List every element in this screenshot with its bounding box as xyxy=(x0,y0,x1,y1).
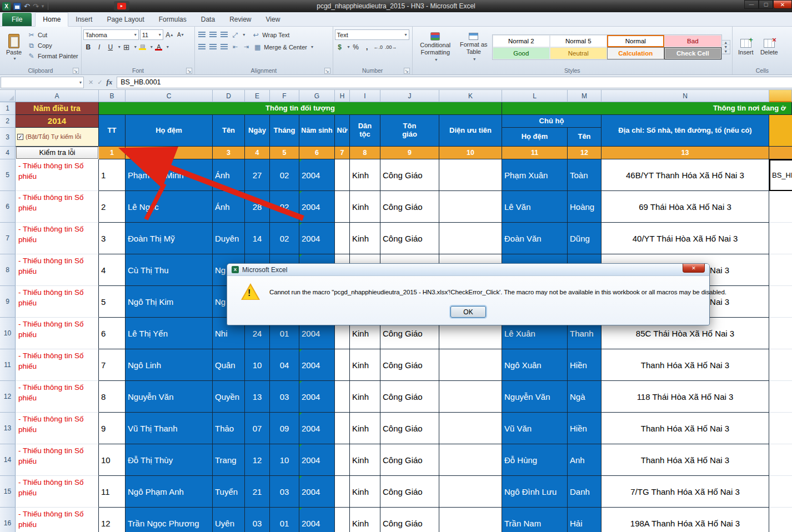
ribbon-tab[interactable]: Data xyxy=(194,13,222,26)
cell-ho-dem[interactable]: Lê Thị Yến xyxy=(126,318,213,349)
maximize-button[interactable]: ▢ xyxy=(759,0,773,9)
cell-nu[interactable] xyxy=(335,444,350,476)
cell-ten[interactable]: Ánh xyxy=(213,159,245,191)
decrease-indent-button[interactable]: ⇤ xyxy=(230,42,240,52)
cell-tt[interactable]: 6 xyxy=(99,318,126,349)
cell-chu-ho-ho-dem[interactable]: Nguyễn Văn xyxy=(502,381,568,413)
dialog-title-bar[interactable]: X Microsoft Excel xyxy=(227,264,709,276)
save-icon[interactable] xyxy=(13,3,21,10)
cell-tt[interactable]: 10 xyxy=(99,444,126,476)
row-header-2[interactable]: 2 xyxy=(0,115,16,128)
name-box-dropdown-icon[interactable]: ▾ xyxy=(79,80,82,85)
check-errors-button[interactable]: Kiểm tra lỗi xyxy=(16,147,98,159)
orientation-dropdown-icon[interactable]: ▾ xyxy=(243,32,245,37)
redo-icon[interactable]: ↷ xyxy=(33,3,39,10)
cell-nam-sinh[interactable]: 2004 xyxy=(299,223,335,254)
align-right-button[interactable] xyxy=(219,42,229,52)
font-color-button[interactable]: A xyxy=(154,42,164,52)
cell-dan-toc[interactable]: Kinh xyxy=(350,159,380,191)
cell-dan-toc[interactable]: Kinh xyxy=(350,476,380,508)
cell-extra[interactable] xyxy=(769,413,792,444)
row-header-1[interactable]: 1 xyxy=(0,102,16,115)
orientation-button[interactable]: ⤢ xyxy=(230,29,240,40)
header-dan-toc[interactable]: Dân tộc xyxy=(350,115,380,147)
cell-ton-giao[interactable]: Công Giáo xyxy=(380,191,439,223)
cell-dia-chi[interactable]: 198A Thanh Hóa Xã Hố Nai 3 xyxy=(601,508,769,532)
cell-nu[interactable] xyxy=(335,413,350,444)
cell-nu[interactable] xyxy=(335,223,350,254)
row-header[interactable]: 9 xyxy=(0,286,16,318)
cell-chu-ho-ten[interactable]: Hiền xyxy=(568,349,601,381)
cancel-entry-icon[interactable]: ✕ xyxy=(88,79,93,86)
column-header-D[interactable]: D xyxy=(213,90,245,102)
cell-tt[interactable]: 12 xyxy=(99,508,126,532)
styles-scroll-down-icon[interactable]: ▼ xyxy=(722,45,730,49)
header-ton-giao[interactable]: Tôn giáo xyxy=(380,115,439,147)
header-ngay[interactable]: Ngày xyxy=(245,115,270,147)
marker-col-13[interactable]: 13 xyxy=(601,147,769,159)
marker-col-9[interactable]: 9 xyxy=(380,147,439,159)
clipboard-dialog-launcher[interactable]: ↘ xyxy=(73,68,79,74)
cell-ngay[interactable]: 13 xyxy=(245,381,270,413)
cell-dien-uu-tien[interactable] xyxy=(439,444,502,476)
error-message-cell[interactable]: - Thiếu thông tin Số phiếu xyxy=(16,191,99,223)
column-header-selected-partial[interactable] xyxy=(769,90,792,102)
cell-extra[interactable]: BS_HB.0001 xyxy=(769,159,792,191)
banner-doi-tuong[interactable]: Thông tin đối tượng xyxy=(99,102,502,115)
cell-ton-giao[interactable]: Công Giáo xyxy=(380,349,439,381)
select-all-corner[interactable] xyxy=(0,90,16,102)
header-chu-ho-ho-dem[interactable]: Họ đệm xyxy=(502,128,568,147)
row-header[interactable]: 12 xyxy=(0,381,16,413)
cell-ton-giao[interactable]: Công Giáo xyxy=(380,413,439,444)
column-header-E[interactable]: E xyxy=(245,90,270,102)
cell-ho-dem[interactable]: Trần Ngọc Phương xyxy=(126,508,213,532)
cell-nu[interactable] xyxy=(335,381,350,413)
accounting-format-button[interactable]: $ xyxy=(335,42,345,52)
cell-chu-ho-ho-dem[interactable]: Vũ Văn xyxy=(502,413,568,444)
cell-ho-dem[interactable]: Đoàn Thị Mỹ xyxy=(126,223,213,254)
row-header-3[interactable]: 3 xyxy=(0,128,16,147)
cell-dia-chi[interactable]: Thanh Hóa Xã Hố Nai 3 xyxy=(601,444,769,476)
confirm-entry-icon[interactable]: ✓ xyxy=(97,79,102,86)
cell-dien-uu-tien[interactable] xyxy=(439,508,502,532)
increase-indent-button[interactable]: ⇥ xyxy=(241,42,251,52)
column-header-F[interactable]: F xyxy=(270,90,299,102)
cell-tt[interactable]: 8 xyxy=(99,381,126,413)
fill-color-button[interactable]: ▨ xyxy=(138,42,148,52)
column-header-H[interactable]: H xyxy=(335,90,350,102)
marker-col-7[interactable]: 7 xyxy=(335,147,350,159)
cell-nu[interactable] xyxy=(335,191,350,223)
cell-dia-chi[interactable]: Thanh Hóa Xã Hố Nai 3 xyxy=(601,413,769,444)
cell-thang[interactable]: 09 xyxy=(270,413,299,444)
cell-chu-ho-ho-dem[interactable]: Phạm Xuân xyxy=(502,159,568,191)
cell-ngay[interactable]: 03 xyxy=(245,508,270,532)
cell-dien-uu-tien[interactable] xyxy=(439,381,502,413)
cell-dien-uu-tien[interactable] xyxy=(439,476,502,508)
cell-nam-sinh[interactable]: 2004 xyxy=(299,413,335,444)
close-button[interactable]: ✕ xyxy=(773,0,792,9)
marker-col-5[interactable]: 5 xyxy=(270,147,299,159)
error-message-cell[interactable]: - Thiếu thông tin Số phiếu xyxy=(16,286,99,318)
error-message-cell[interactable]: - Thiếu thông tin Số phiếu xyxy=(16,318,99,349)
ribbon-tab[interactable]: View xyxy=(259,13,288,26)
excel-app-icon[interactable]: X xyxy=(2,2,11,11)
styles-scroll-up-icon[interactable]: ▲ xyxy=(722,41,730,45)
merge-center-button[interactable]: ▦ Merge & Center ▾ xyxy=(252,42,314,52)
style-bad[interactable]: Bad xyxy=(664,35,721,47)
error-message-cell[interactable]: - Thiếu thông tin Số phiếu xyxy=(16,444,99,476)
underline-dropdown-icon[interactable]: ▾ xyxy=(118,44,121,49)
cell-nam-sinh[interactable]: 2004 xyxy=(299,508,335,532)
styles-gallery-expand-icon[interactable]: ▼ xyxy=(722,49,730,54)
cell-extra[interactable] xyxy=(769,444,792,476)
font-name-combo[interactable]: Tahoma ▾ xyxy=(83,29,139,40)
column-header-C[interactable]: C xyxy=(126,90,213,102)
align-middle-button[interactable] xyxy=(208,29,218,40)
cell-tt[interactable]: 11 xyxy=(99,476,126,508)
cell-ten[interactable]: Quân xyxy=(213,349,245,381)
cell-tt[interactable]: 7 xyxy=(99,349,126,381)
column-header-B[interactable]: B xyxy=(99,90,126,102)
cell-thang[interactable]: 01 xyxy=(270,508,299,532)
cell-thang[interactable]: 10 xyxy=(270,444,299,476)
cell-nam-sinh[interactable]: 2004 xyxy=(299,349,335,381)
bold-button[interactable]: B xyxy=(83,42,93,52)
